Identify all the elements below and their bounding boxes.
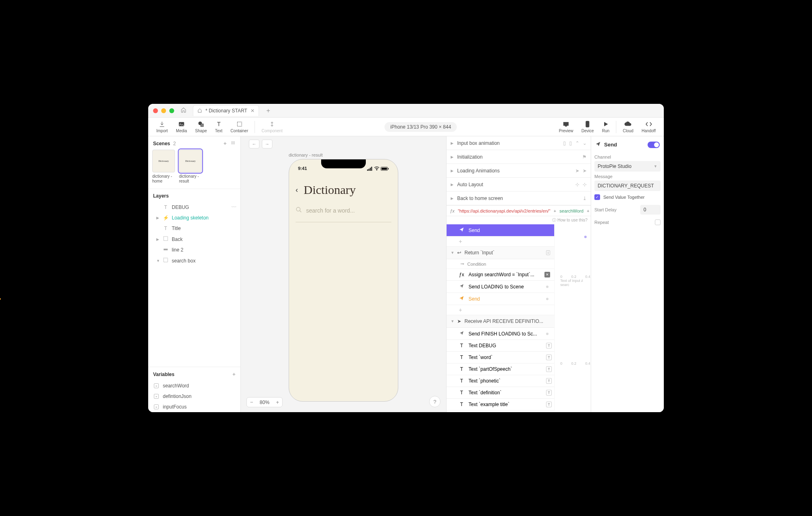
message-field[interactable]: DICTIONARY_REQUEST bbox=[594, 181, 661, 191]
action-send-orange[interactable]: Send bbox=[447, 293, 554, 305]
device-tool[interactable]: Device bbox=[577, 120, 598, 133]
import-tool[interactable]: Import bbox=[152, 120, 172, 133]
trigger-receive-api[interactable]: ▼ ➤ Receive API RECEIVE DEFINITIO... bbox=[447, 315, 554, 328]
align-icon[interactable]: ▯ bbox=[569, 140, 572, 146]
close-window-button[interactable] bbox=[153, 108, 158, 113]
scene-thumb-result[interactable]: Dictionary dictionary - result bbox=[179, 150, 202, 184]
zoom-in-button[interactable]: + bbox=[273, 398, 283, 407]
home-icon[interactable] bbox=[181, 107, 186, 114]
layer-loading-skeleton[interactable]: ▶⚡Loading skeleton bbox=[148, 213, 240, 223]
add-action-button[interactable]: + bbox=[447, 305, 554, 315]
svg-rect-5 bbox=[564, 122, 568, 125]
scenes-header: Scenes 2 + bbox=[148, 136, 240, 150]
info-icon[interactable]: i bbox=[546, 250, 550, 255]
flag-icon[interactable]: ⚑ bbox=[582, 154, 587, 160]
layer-search-box[interactable]: ▼search box bbox=[148, 255, 240, 266]
visibility-icon[interactable]: 〰 bbox=[231, 204, 236, 210]
condition-row[interactable]: ⊸Condition bbox=[447, 259, 554, 269]
zoom-out-button[interactable]: − bbox=[247, 398, 257, 407]
nav-back-button[interactable]: ← bbox=[249, 140, 259, 148]
layer-title[interactable]: TTitle bbox=[148, 223, 240, 234]
variable-searchword[interactable]: ×searchWord bbox=[148, 381, 240, 391]
action-finish-loading[interactable]: Send FINISH LOADING to Sc... bbox=[447, 328, 554, 340]
media-tool[interactable]: Media bbox=[172, 120, 191, 133]
svg-rect-12 bbox=[369, 169, 369, 171]
group-back-to-home[interactable]: ▶Back to home screen ⤓ bbox=[447, 191, 591, 205]
enabled-toggle[interactable] bbox=[648, 142, 660, 148]
maximize-window-button[interactable] bbox=[169, 108, 174, 113]
layout-icon[interactable]: ⊹ bbox=[575, 182, 579, 187]
titlebar: * Dictionary START ✕ + bbox=[148, 104, 664, 118]
action-text-phonetic[interactable]: TText `phonetic`T bbox=[447, 375, 554, 387]
tab-title: * Dictionary START bbox=[205, 108, 247, 114]
action-text-pos[interactable]: TText `partOfSpeech`T bbox=[447, 363, 554, 375]
search-field[interactable]: search for a word... bbox=[296, 206, 391, 222]
collapse-icon[interactable]: ⌃ bbox=[575, 140, 579, 146]
variable-definitionjson[interactable]: ×defintionJson bbox=[148, 391, 240, 402]
repeat-checkbox[interactable] bbox=[655, 219, 661, 225]
action-send-loading[interactable]: Send LOADING to Scene bbox=[447, 281, 554, 293]
variables-header: Variables + bbox=[148, 367, 240, 381]
add-action-button[interactable]: + bbox=[447, 236, 554, 247]
delete-icon[interactable]: ✕ bbox=[544, 272, 550, 277]
add-scene-button[interactable]: + bbox=[223, 140, 227, 146]
nav-forward-button[interactable]: → bbox=[262, 140, 272, 148]
variable-inputfocus[interactable]: ×inputFocus bbox=[148, 402, 240, 412]
canvas[interactable]: ← → dictionary - result 9:41 bbox=[241, 136, 446, 412]
formula-bar[interactable]: ƒx "https://api.dictionaryapi.dev/api/v2… bbox=[447, 205, 591, 216]
group-auto-layout[interactable]: ▶Auto Layout ⊹⊹ bbox=[447, 178, 591, 191]
align-icon[interactable]: ▯ bbox=[563, 140, 566, 146]
start-delay-label: Start Delay bbox=[594, 207, 616, 212]
device-selector[interactable]: iPhone 13/13 Pro 390 × 844 bbox=[384, 122, 457, 132]
text-icon: T bbox=[459, 390, 464, 396]
action-text-word[interactable]: TText `word`T bbox=[447, 352, 554, 363]
file-tab[interactable]: * Dictionary START ✕ bbox=[193, 105, 259, 116]
action-send-selected[interactable]: Send bbox=[447, 224, 554, 236]
group-input-animation[interactable]: ▶Input box animation ▯▯⌃⌄ bbox=[447, 136, 591, 150]
help-button[interactable]: ? bbox=[429, 396, 441, 407]
trigger-return-input[interactable]: ▼ ↩ Return `Input` i bbox=[447, 247, 554, 259]
scene-settings-icon[interactable] bbox=[231, 140, 235, 146]
handoff-tool[interactable]: Handoff bbox=[637, 120, 660, 133]
action-text-definition[interactable]: TText `definition`T bbox=[447, 387, 554, 399]
run-tool[interactable]: Run bbox=[598, 120, 613, 133]
channel-dropdown[interactable]: ProtoPie Studio ▼ bbox=[594, 161, 661, 172]
back-icon[interactable]: ‹ bbox=[296, 186, 298, 194]
layout-icon[interactable]: ⊹ bbox=[583, 182, 587, 187]
text-tool[interactable]: Text bbox=[211, 120, 227, 133]
help-hint-link[interactable]: ⓘ How to use this? bbox=[447, 216, 591, 224]
file-icon bbox=[197, 108, 202, 113]
jump-icon[interactable]: ⤓ bbox=[583, 196, 587, 201]
shape-tool[interactable]: Shape bbox=[191, 120, 211, 133]
inspector-header: Send bbox=[594, 140, 661, 152]
scene-thumb-home[interactable]: Dictionary dictionary - home bbox=[152, 150, 175, 184]
traffic-lights bbox=[153, 108, 174, 113]
cloud-tool[interactable]: Cloud bbox=[619, 120, 637, 133]
action-assign[interactable]: ƒx Assign searchWord = `Input`... ✕ bbox=[447, 269, 554, 281]
container-icon bbox=[163, 236, 168, 242]
inspector-panel: Send Channel ProtoPie Studio ▼ Message D… bbox=[591, 136, 664, 412]
send-icon[interactable]: ➤ bbox=[575, 168, 579, 174]
group-initialization[interactable]: ▶Initialization ⚑ bbox=[447, 150, 591, 164]
group-loading-animations[interactable]: ▶Loading Animations ➤➤ bbox=[447, 164, 591, 178]
minimize-window-button[interactable] bbox=[161, 108, 166, 113]
action-text-debug[interactable]: TText DEBUGT bbox=[447, 340, 554, 352]
start-delay-field[interactable]: 0 bbox=[640, 205, 661, 215]
repeat-label: Repeat bbox=[594, 220, 609, 225]
new-tab-button[interactable]: + bbox=[266, 107, 270, 114]
close-tab-icon[interactable]: ✕ bbox=[251, 108, 255, 114]
send-value-checkbox[interactable]: ✓ Send Value Together bbox=[594, 194, 661, 200]
action-text-example[interactable]: TText `example title`T bbox=[447, 399, 554, 411]
preview-tool[interactable]: Preview bbox=[555, 120, 578, 133]
layer-back[interactable]: ▶Back bbox=[148, 234, 240, 245]
layer-debug[interactable]: TDEBUG〰 bbox=[148, 202, 240, 213]
expand-icon[interactable]: ⌄ bbox=[583, 140, 587, 146]
send-icon bbox=[459, 284, 464, 290]
container-tool[interactable]: Container bbox=[227, 120, 252, 133]
svg-rect-13 bbox=[370, 168, 371, 171]
add-variable-button[interactable]: + bbox=[232, 371, 235, 377]
layer-line2[interactable]: line 2 bbox=[148, 245, 240, 255]
send-icon[interactable]: ➤ bbox=[583, 168, 587, 174]
svg-rect-3 bbox=[201, 124, 203, 127]
variable-icon: × bbox=[154, 383, 159, 388]
